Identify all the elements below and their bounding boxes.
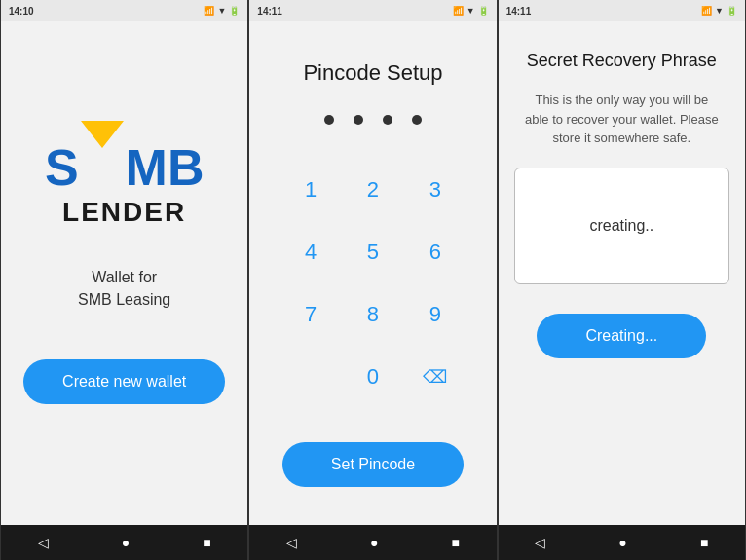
num-btn-6[interactable]: 6 (409, 226, 462, 279)
pin-dot-4 (412, 115, 422, 125)
nav-bar-2: ◁ ● ■ (249, 525, 496, 560)
num-btn-8[interactable]: 8 (347, 288, 399, 341)
num-btn-2[interactable]: 2 (347, 164, 399, 216)
screen-recovery: 14:11 📶 ▼ 🔋 Secret Recovery Phrase This … (498, 0, 746, 560)
pin-dots (324, 115, 422, 125)
creating-button[interactable]: Creating... (537, 314, 706, 358)
nav-square-1[interactable]: ■ (203, 535, 210, 550)
num-btn-7[interactable]: 7 (284, 288, 337, 341)
num-btn-9[interactable]: 9 (409, 288, 462, 341)
num-btn-1[interactable]: 1 (284, 164, 337, 216)
nav-bar-1: ◁ ● ■ (1, 525, 247, 560)
time-1: 14:10 (9, 6, 34, 17)
screen-pincode: 14:11 📶 ▼ 🔋 Pincode Setup 1 2 3 4 5 6 7 … (248, 0, 497, 560)
time-2: 14:11 (257, 6, 282, 17)
nav-home-1[interactable]: ● (122, 535, 130, 550)
welcome-content: S M B LENDER Wallet forSMB Leasing Creat… (1, 21, 247, 525)
wifi-icon: ▼ (217, 6, 226, 16)
pin-dot-3 (383, 115, 392, 125)
recovery-content: Secret Recovery Phrase This is the only … (499, 21, 745, 525)
nav-square-2[interactable]: ■ (452, 535, 460, 550)
time-3: 14:11 (506, 6, 532, 17)
triangle-icon (81, 121, 124, 148)
num-btn-0[interactable]: 0 (347, 351, 399, 403)
wifi-icon-3: ▼ (715, 6, 724, 16)
logo-m-letter: M (126, 142, 168, 193)
logo-smb: S M B (45, 142, 205, 193)
nav-bar-3: ◁ ● ■ (499, 525, 745, 560)
backspace-button[interactable]: ⌫ (409, 351, 462, 403)
nav-home-3[interactable]: ● (618, 535, 626, 550)
pin-dot-2 (354, 115, 363, 125)
wifi-icon-2: ▼ (466, 6, 475, 16)
num-btn-4[interactable]: 4 (284, 226, 337, 279)
logo-lender-text: LENDER (62, 197, 186, 228)
status-bar-1: 14:10 📶 ▼ 🔋 (1, 0, 247, 21)
pincode-content: Pincode Setup 1 2 3 4 5 6 7 8 9 0 ⌫ Set … (249, 21, 496, 525)
logo-container: S M B LENDER (45, 142, 205, 228)
battery-icon-2: 🔋 (478, 6, 489, 16)
logo-s-letter: S (45, 142, 79, 193)
status-bar-2: 14:11 📶 ▼ 🔋 (249, 0, 496, 21)
numpad: 1 2 3 4 5 6 7 8 9 0 ⌫ (265, 164, 480, 403)
logo-b-letter: B (168, 142, 205, 193)
num-btn-5[interactable]: 5 (347, 226, 399, 279)
recovery-box: creating.. (514, 168, 729, 284)
wallet-subtitle: Wallet forSMB Leasing (78, 267, 170, 311)
screen-welcome: 14:10 📶 ▼ 🔋 S M B LENDER Wallet forSMB L… (0, 0, 248, 560)
battery-icon-3: 🔋 (727, 6, 737, 16)
set-pincode-button[interactable]: Set Pincode (282, 442, 464, 487)
signal-icon-2: 📶 (453, 6, 464, 16)
nav-back-1[interactable]: ◁ (38, 535, 49, 550)
status-icons-3: 📶 ▼ 🔋 (701, 6, 737, 16)
creating-text: creating.. (589, 217, 653, 235)
recovery-description: This is the only way you will be able to… (514, 91, 729, 148)
pin-dot-1 (324, 115, 334, 125)
nav-back-3[interactable]: ◁ (535, 535, 545, 550)
num-btn-3[interactable]: 3 (409, 164, 462, 216)
status-icons-1: 📶 ▼ 🔋 (204, 6, 240, 16)
status-bar-3: 14:11 📶 ▼ 🔋 (499, 0, 745, 21)
signal-icon: 📶 (204, 6, 214, 16)
nav-back-2[interactable]: ◁ (286, 535, 297, 550)
nav-square-3[interactable]: ■ (700, 535, 708, 550)
pincode-title: Pincode Setup (303, 60, 442, 86)
create-wallet-button[interactable]: Create new wallet (23, 359, 225, 404)
nav-home-2[interactable]: ● (370, 535, 378, 550)
recovery-title: Secret Recovery Phrase (527, 51, 717, 71)
battery-icon: 🔋 (229, 6, 240, 16)
status-icons-2: 📶 ▼ 🔋 (453, 6, 489, 16)
signal-icon-3: 📶 (701, 6, 712, 16)
